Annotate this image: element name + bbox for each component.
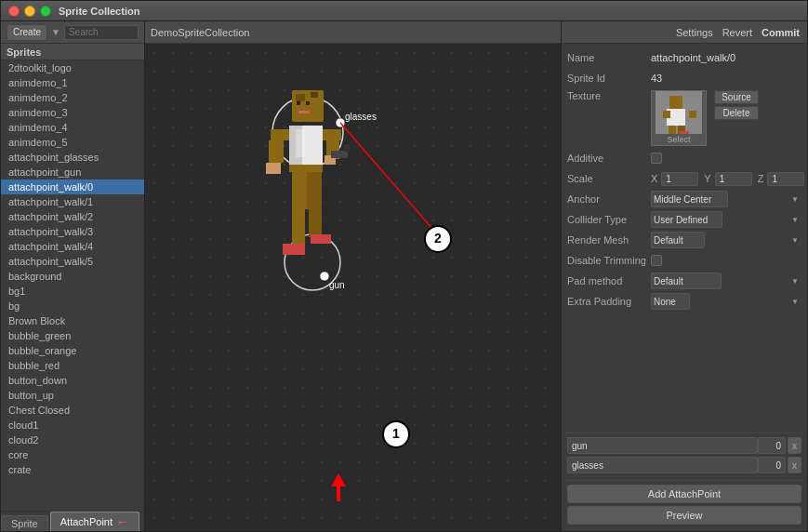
render-mesh-select[interactable]: Default Full Rect xyxy=(651,232,705,248)
texture-preview: Select xyxy=(651,90,707,146)
sprite-item[interactable]: 2dtoolkit_logo xyxy=(1,60,144,75)
sprite-item[interactable]: crate xyxy=(1,462,144,477)
preview-button[interactable]: Preview xyxy=(567,506,801,525)
sprite-item[interactable]: attachpoint_walk/2 xyxy=(1,209,144,224)
svg-rect-24 xyxy=(266,163,281,174)
texture-buttons: Source Delete xyxy=(714,90,759,120)
collider-type-select[interactable]: User Defined None Box Sphere xyxy=(651,211,722,228)
sprite-item[interactable]: bubble_orange xyxy=(1,343,144,358)
center-panel: DemoSpriteCollection xyxy=(145,21,561,531)
svg-rect-31 xyxy=(309,209,322,237)
sprite-item[interactable]: cloud2 xyxy=(1,432,144,447)
revert-button[interactable]: Revert xyxy=(721,27,754,38)
render-mesh-row: Render Mesh Default Full Rect xyxy=(567,232,801,248)
title-bar: Sprite Collection xyxy=(1,1,807,21)
attach-gun-remove[interactable]: x xyxy=(788,437,801,454)
name-label: Name xyxy=(567,52,651,63)
arrow-icon: ← xyxy=(116,514,129,529)
attach-gun-name[interactable] xyxy=(567,437,758,454)
sprite-item[interactable]: attachpoint_walk/4 xyxy=(1,239,144,254)
sprite-item[interactable]: button_down xyxy=(1,373,144,388)
attach-glasses-name[interactable] xyxy=(567,457,758,473)
sprite-item[interactable]: core xyxy=(1,447,144,462)
sprite-item[interactable]: bg xyxy=(1,299,144,313)
add-attachpoint-button[interactable]: Add AttachPoint xyxy=(567,485,801,503)
tab-attachpoint[interactable]: AttachPoint ← xyxy=(50,512,139,531)
svg-rect-34 xyxy=(296,129,305,157)
sprite-item[interactable]: animdemo_5 xyxy=(1,135,144,150)
scale-z-input[interactable] xyxy=(767,172,804,186)
additive-checkbox[interactable] xyxy=(651,153,662,164)
pad-method-select[interactable]: Default None PowerOfTwo xyxy=(651,273,722,289)
attach-glasses-remove[interactable]: x xyxy=(788,457,801,473)
sprite-item[interactable]: animdemo_3 xyxy=(1,105,144,120)
close-button[interactable] xyxy=(8,6,20,17)
svg-rect-21 xyxy=(269,140,284,163)
sprite-item[interactable]: attachpoint_glasses xyxy=(1,150,144,165)
svg-rect-26 xyxy=(331,151,348,158)
anchor-select[interactable]: Middle Center Top Left Top Center Top Ri… xyxy=(651,191,728,207)
svg-text:gun: gun xyxy=(329,280,345,290)
sprite-list[interactable]: 2dtoolkit_logo animdemo_1 animdemo_2 ani… xyxy=(1,60,144,511)
delete-button[interactable]: Delete xyxy=(714,106,759,120)
z-axis-label: Z xyxy=(758,173,764,184)
name-value: attachpoint_walk/0 xyxy=(651,52,801,63)
sprite-item-chest-closed[interactable]: Chest Closed xyxy=(1,403,144,418)
sprite-item[interactable]: attachpoint_walk/1 xyxy=(1,194,144,209)
tab-sprite[interactable]: Sprite xyxy=(1,515,48,531)
sprite-item[interactable]: animdemo_4 xyxy=(1,120,144,135)
commit-button[interactable]: Commit xyxy=(760,27,801,38)
attach-point-glasses: x xyxy=(567,457,801,473)
texture-select-label[interactable]: Select xyxy=(664,134,693,145)
search-input[interactable] xyxy=(64,25,139,40)
sprite-item[interactable]: attachpoint_walk/3 xyxy=(1,224,144,239)
sprite-item-selected[interactable]: attachpoint_walk/0 xyxy=(1,180,144,194)
sprite-item-brown-block[interactable]: Brown Block xyxy=(1,313,144,328)
disable-trimming-label: Disable Trimming xyxy=(567,255,651,266)
main-content: Create ▼ Sprites 2dtoolkit_logo animdemo… xyxy=(1,21,807,531)
svg-rect-38 xyxy=(689,111,696,118)
sprite-item[interactable]: attachpoint_gun xyxy=(1,165,144,180)
sprite-item[interactable]: animdemo_2 xyxy=(1,90,144,105)
sprite-item[interactable]: cloud1 xyxy=(1,418,144,432)
pad-method-label: Pad method xyxy=(567,275,651,286)
right-toolbar: Settings Revert Commit xyxy=(562,21,807,44)
settings-button[interactable]: Settings xyxy=(674,27,715,38)
sprite-item[interactable]: animdemo_1 xyxy=(1,75,144,90)
source-button[interactable]: Source xyxy=(714,90,759,104)
center-toolbar: DemoSpriteCollection xyxy=(145,21,561,44)
svg-rect-29 xyxy=(307,172,322,209)
sprite-item[interactable]: attachpoint_walk/5 xyxy=(1,254,144,269)
attach-gun-value[interactable] xyxy=(758,437,786,454)
scale-x-input[interactable] xyxy=(661,172,698,186)
sprite-item[interactable]: button_up xyxy=(1,388,144,403)
sprite-item[interactable]: bubble_red xyxy=(1,358,144,373)
svg-rect-16 xyxy=(298,111,310,113)
minimize-button[interactable] xyxy=(24,6,35,17)
sprite-item[interactable]: bg1 xyxy=(1,284,144,299)
svg-rect-15 xyxy=(306,101,310,105)
extra-padding-select[interactable]: None 1px 2px xyxy=(651,293,690,310)
sprites-header: Sprites xyxy=(7,47,41,58)
anchor-select-wrapper: Middle Center Top Left Top Center Top Ri… xyxy=(651,191,801,207)
svg-rect-23 xyxy=(326,140,339,159)
svg-rect-27 xyxy=(344,144,350,152)
texture-row: Texture xyxy=(567,90,801,146)
canvas-area[interactable]: glasses gun 2 1 xyxy=(145,44,561,531)
svg-point-1 xyxy=(285,234,340,290)
properties-area: Name attachpoint_walk/0 Sprite Id 43 Tex… xyxy=(562,44,807,432)
main-window: Sprite Collection Create ▼ Sprites 2dtoo… xyxy=(0,0,808,532)
svg-rect-28 xyxy=(292,172,307,209)
collider-type-select-wrapper: User Defined None Box Sphere xyxy=(651,211,801,228)
scale-label: Scale xyxy=(567,173,651,184)
attach-glasses-value[interactable] xyxy=(758,457,786,473)
scale-y-input[interactable] xyxy=(715,172,752,186)
red-arrow-indicator xyxy=(331,473,346,501)
sprite-item[interactable]: bubble_green xyxy=(1,328,144,343)
disable-trimming-checkbox[interactable] xyxy=(651,255,662,266)
sprite-item-background[interactable]: background xyxy=(1,269,144,284)
svg-rect-37 xyxy=(663,111,670,118)
scale-row: Scale X Y Z xyxy=(567,170,801,187)
maximize-button[interactable] xyxy=(40,6,51,17)
create-button[interactable]: Create xyxy=(7,24,47,41)
